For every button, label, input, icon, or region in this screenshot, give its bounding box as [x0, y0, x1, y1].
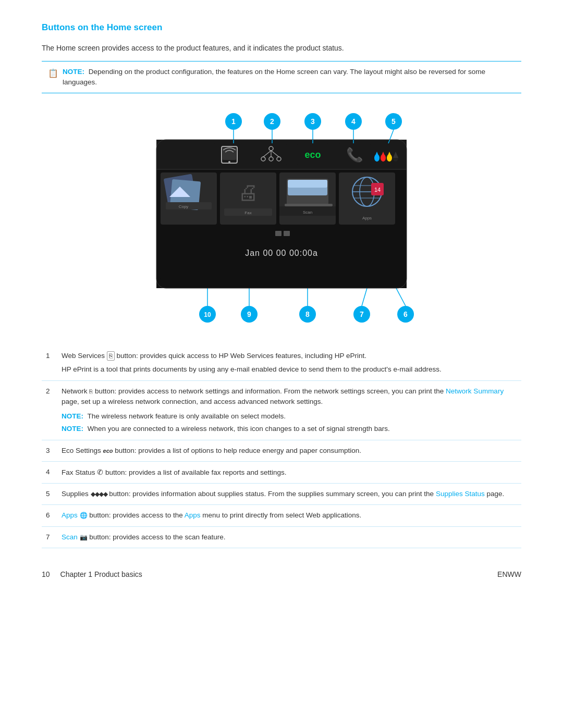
svg-rect-44 — [285, 204, 333, 206]
svg-text:Apps: Apps — [362, 216, 372, 220]
svg-text:Scan: Scan — [303, 210, 312, 215]
desc-num: 7 — [42, 526, 57, 548]
diagram-container: eco 📞 Copy 🖨 Fax — [42, 106, 521, 330]
svg-point-8 — [228, 161, 230, 163]
svg-text:6: 6 — [403, 310, 408, 318]
note-text: Depending on the product configuration, … — [63, 68, 485, 86]
desc-num: 4 — [42, 461, 57, 483]
desc-row-4: 4 Fax Status ✆ button: provides a list o… — [42, 461, 521, 483]
svg-rect-34 — [166, 202, 212, 209]
svg-text:14: 14 — [374, 187, 381, 193]
footer-page-num: 10 — [42, 569, 50, 580]
svg-text:eco: eco — [304, 150, 321, 160]
desc-content: Web Services ⎘ button: provides quick ac… — [57, 346, 521, 380]
svg-rect-57 — [275, 231, 282, 236]
intro-text: The Home screen provides access to the p… — [42, 43, 521, 54]
desc-row-2: 2 Network ⎘ button: provides access to n… — [42, 380, 521, 440]
svg-text:5: 5 — [391, 117, 396, 126]
svg-line-90 — [362, 288, 367, 306]
desc-num: 2 — [42, 380, 57, 440]
svg-text:10: 10 — [204, 311, 211, 318]
svg-rect-43 — [288, 180, 327, 188]
footer-left: 10 Chapter 1 Product basics — [42, 569, 142, 580]
page-title: Buttons on the Home screen — [42, 21, 521, 34]
svg-rect-58 — [284, 231, 290, 236]
svg-text:Jan 00 00 00:00a: Jan 00 00 00:00a — [245, 249, 318, 257]
footer-chapter: Chapter 1 Product basics — [60, 569, 142, 580]
svg-text:2: 2 — [270, 117, 274, 126]
desc-row-7: 7 Scan 📷 button: provides access to the … — [42, 526, 521, 548]
svg-text:4: 4 — [351, 117, 356, 126]
desc-content: Apps 🌐 button: provides access to the Ap… — [57, 505, 521, 526]
desc-num: 6 — [42, 505, 57, 526]
desc-content: Fax Status ✆ button: provides a list of … — [57, 461, 521, 483]
svg-text:Copy: Copy — [179, 204, 189, 209]
desc-row-3: 3 Eco Settings eco button: provides a li… — [42, 440, 521, 461]
desc-row-1: 1 Web Services ⎘ button: provides quick … — [42, 346, 521, 380]
svg-text:Fax: Fax — [244, 211, 251, 215]
note-icon: 📋 — [48, 67, 58, 80]
svg-line-93 — [396, 288, 406, 306]
desc-content: Scan 📷 button: provides access to the sc… — [57, 526, 521, 548]
svg-text:📞: 📞 — [346, 146, 363, 163]
footer: 10 Chapter 1 Product basics ENWW — [42, 564, 521, 580]
note-label: NOTE: — [63, 68, 84, 76]
desc-content: Supplies ◆◆◆◆ button: provides informati… — [57, 484, 521, 505]
note-box: 📋 NOTE: Depending on the product configu… — [42, 61, 521, 94]
footer-right: ENWW — [497, 569, 521, 580]
svg-text:7: 7 — [360, 310, 364, 318]
desc-num: 1 — [42, 346, 57, 380]
desc-row-5: 5 Supplies ◆◆◆◆ button: provides informa… — [42, 484, 521, 505]
svg-text:3: 3 — [311, 117, 315, 126]
desc-content: Eco Settings eco button: provides a list… — [57, 440, 521, 461]
diagram-svg: eco 📞 Copy 🖨 Fax — [104, 106, 459, 330]
svg-text:🖨: 🖨 — [238, 181, 259, 204]
desc-content: Network ⎘ button: provides access to net… — [57, 380, 521, 440]
desc-num: 5 — [42, 484, 57, 505]
desc-num: 3 — [42, 440, 57, 461]
svg-text:1: 1 — [231, 117, 236, 126]
descriptions-table: 1 Web Services ⎘ button: provides quick … — [42, 346, 521, 548]
svg-text:8: 8 — [305, 310, 310, 318]
desc-row-6: 6 Apps 🌐 button: provides access to the … — [42, 505, 521, 526]
svg-text:9: 9 — [247, 310, 251, 318]
svg-rect-63 — [156, 278, 407, 288]
